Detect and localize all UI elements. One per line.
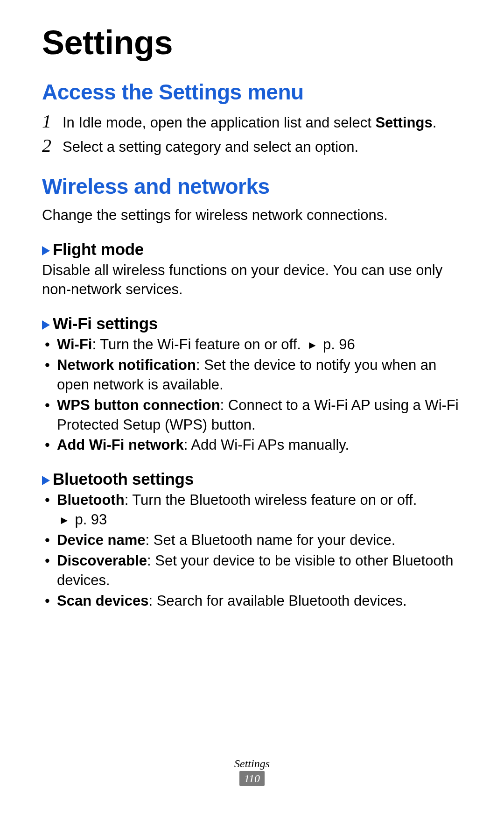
item-term: Discoverable [57, 552, 147, 569]
list-item: Bluetooth: Turn the Bluetooth wireless f… [42, 490, 462, 530]
page-reference[interactable]: p. 93 [75, 511, 107, 528]
text-part: . [433, 114, 437, 131]
text-part: In Idle mode, open the application list … [63, 114, 375, 131]
item-term: Network notification [57, 357, 196, 373]
list-item: Scan devices: Search for available Bluet… [42, 591, 462, 611]
subheading-label: Flight mode [53, 240, 144, 258]
access-steps-list: 1 In Idle mode, open the application lis… [42, 111, 462, 157]
bluetooth-settings-list: Bluetooth: Turn the Bluetooth wireless f… [42, 490, 462, 610]
reference-arrow-icon: ► [307, 338, 318, 353]
page-footer: Settings 110 [0, 757, 504, 786]
document-page: Settings Access the Settings menu 1 In I… [0, 0, 504, 827]
list-item: Device name: Set a Bluetooth name for yo… [42, 530, 462, 550]
list-item: Wi-Fi: Turn the Wi-Fi feature on or off.… [42, 335, 462, 354]
step-2: 2 Select a setting category and select a… [42, 135, 462, 157]
item-term: Add Wi-Fi network [57, 437, 184, 453]
item-term: Device name [57, 532, 146, 548]
item-desc: : Add Wi-Fi APs manually. [184, 437, 349, 453]
section-heading-wireless: Wireless and networks [42, 174, 462, 199]
page-number: 110 [239, 771, 265, 786]
item-desc: : Search for available Bluetooth devices… [148, 593, 406, 609]
item-term: Wi-Fi [57, 336, 92, 353]
footer-section-label: Settings [0, 757, 504, 770]
chevron-icon [42, 320, 50, 330]
subheading-wifi-settings: Wi-Fi settings [42, 314, 462, 333]
step-text: In Idle mode, open the application list … [63, 111, 462, 133]
chevron-icon [42, 246, 50, 255]
list-item: Discoverable: Set your device to be visi… [42, 551, 462, 590]
subheading-label: Wi-Fi settings [53, 314, 158, 332]
page-title: Settings [42, 23, 462, 62]
subheading-bluetooth-settings: Bluetooth settings [42, 470, 462, 488]
wifi-settings-list: Wi-Fi: Turn the Wi-Fi feature on or off.… [42, 335, 462, 455]
section-heading-access: Access the Settings menu [42, 79, 462, 105]
page-reference[interactable]: p. 96 [323, 336, 355, 353]
list-item: WPS button connection: Connect to a Wi-F… [42, 396, 462, 435]
item-desc: : Set a Bluetooth name for your device. [146, 532, 396, 548]
reference-arrow-icon: ► [59, 513, 70, 528]
list-item: Network notification: Set the device to … [42, 355, 462, 395]
text-bold: Settings [375, 114, 432, 131]
item-desc: : Turn the Bluetooth wireless feature on… [125, 492, 417, 508]
step-1: 1 In Idle mode, open the application lis… [42, 111, 462, 133]
subheading-flight-mode: Flight mode [42, 240, 462, 259]
flight-mode-text: Disable all wireless functions on your d… [42, 261, 462, 300]
step-number: 1 [42, 111, 63, 131]
step-text: Select a setting category and select an … [63, 135, 462, 157]
item-term: Bluetooth [57, 492, 125, 508]
item-desc: : Turn the Wi-Fi feature on or off. [92, 336, 305, 353]
wireless-intro: Change the settings for wireless network… [42, 205, 462, 225]
step-number: 2 [42, 135, 63, 155]
list-item: Add Wi-Fi network: Add Wi-Fi APs manuall… [42, 435, 462, 455]
chevron-icon [42, 476, 50, 485]
item-term: Scan devices [57, 593, 148, 609]
subheading-label: Bluetooth settings [53, 470, 194, 488]
item-term: WPS button connection [57, 397, 220, 413]
